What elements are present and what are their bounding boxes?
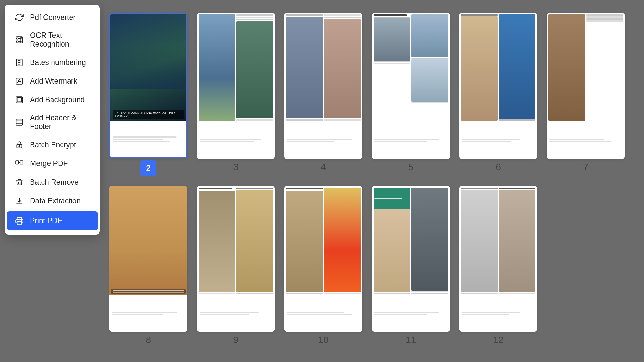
grid-cell-page-4[interactable]: 4 <box>284 13 362 176</box>
menu-item-ocr[interactable]: OCR Text Recognition <box>7 27 98 53</box>
page-num-9: 9 <box>233 332 239 349</box>
menu-label-background: Add Background <box>30 96 85 104</box>
grid-cell-page-8[interactable]: 8 <box>109 186 187 349</box>
menu-label-bates: Bates numbering <box>30 58 86 67</box>
svg-rect-9 <box>16 161 19 164</box>
page-badge-2: 2 <box>140 160 156 176</box>
refresh-icon <box>14 13 24 22</box>
pdf-card-4[interactable] <box>284 13 362 159</box>
grid-cell-page-10[interactable]: 10 <box>284 186 362 349</box>
menu-label-header-footer: Add Header & Footer <box>30 114 90 131</box>
menu-item-batch-remove[interactable]: Batch Remove <box>7 173 98 191</box>
pdf-card-11[interactable] <box>372 186 450 332</box>
pdf-card-2[interactable]: TYPE OF MOUNTAINS AND HOW ARE THEY FORME… <box>109 13 187 158</box>
svg-rect-1 <box>18 39 21 42</box>
menu-item-pdf-converter[interactable]: Pdf Converter <box>7 8 98 27</box>
page-num-12: 12 <box>493 332 504 349</box>
grid-cell-page-9[interactable]: 9 <box>197 186 275 349</box>
menu-label-data-extraction: Data Extraction <box>30 197 80 205</box>
page-num-8: 8 <box>146 332 151 349</box>
grid-cell-page-7[interactable]: 7 <box>547 13 625 176</box>
grid-cell-page-5[interactable]: 5 <box>372 13 450 176</box>
trash-icon <box>14 177 24 187</box>
dropdown-menu: Pdf Converter OCR Text Recognition Bates… <box>5 5 100 235</box>
menu-item-background[interactable]: Add Background <box>7 90 98 109</box>
menu-item-print-pdf[interactable]: Print PDF <box>7 211 98 230</box>
menu-label-pdf-converter: Pdf Converter <box>30 13 76 22</box>
menu-item-bates[interactable]: Bates numbering <box>7 53 98 72</box>
svg-point-8 <box>19 146 20 147</box>
menu-item-batch-encrypt[interactable]: Batch Encrypt <box>7 135 98 154</box>
page-num-7: 7 <box>583 159 589 176</box>
header-icon <box>14 117 24 127</box>
grid-cell-page-3[interactable]: 3 <box>197 13 275 176</box>
page-num-4: 4 <box>321 159 326 176</box>
menu-label-ocr: OCR Text Recognition <box>30 31 90 49</box>
pdf-card-10[interactable] <box>284 186 362 332</box>
pdf-card-9[interactable] <box>197 186 275 332</box>
pdf-card-6[interactable] <box>459 13 537 159</box>
file-hash-icon <box>14 58 24 67</box>
page-num-10: 10 <box>318 332 328 349</box>
svg-rect-10 <box>20 161 23 164</box>
pdf-card-7[interactable] <box>547 13 625 159</box>
bg-icon <box>14 95 24 105</box>
menu-label-print-pdf: Print PDF <box>30 217 62 225</box>
svg-rect-11 <box>17 221 22 224</box>
print-icon <box>14 216 24 226</box>
grid-cell-page-6[interactable]: 6 <box>459 13 537 176</box>
page-num-6: 6 <box>496 159 501 176</box>
pdf-card-8[interactable] <box>109 186 187 332</box>
page-num-5: 5 <box>408 159 413 176</box>
page-num-11: 11 <box>405 332 416 349</box>
menu-label-batch-remove: Batch Remove <box>30 178 79 187</box>
menu-item-merge-pdf[interactable]: Merge PDF <box>7 154 98 173</box>
menu-item-watermark[interactable]: Add Wtermark <box>7 72 98 90</box>
menu-item-data-extraction[interactable]: Data Extraction <box>7 191 98 210</box>
svg-rect-6 <box>16 119 23 125</box>
menu-label-watermark: Add Wtermark <box>30 77 77 86</box>
page-num-3: 3 <box>233 159 239 176</box>
menu-item-header-footer[interactable]: Add Header & Footer <box>7 109 98 135</box>
menu-label-merge-pdf: Merge PDF <box>30 159 68 168</box>
pdf-card-12[interactable] <box>459 186 537 332</box>
grid-cell-page-11[interactable]: 11 <box>372 186 450 349</box>
lock-icon <box>14 140 24 150</box>
extract-icon <box>14 196 24 206</box>
pdf-card-5[interactable] <box>372 13 450 159</box>
scan-icon <box>14 35 24 45</box>
watermark-icon <box>14 76 24 86</box>
svg-rect-5 <box>17 98 22 102</box>
pdf-card-3[interactable] <box>197 13 275 159</box>
merge-icon <box>14 159 24 168</box>
grid-cell-page-12[interactable]: 12 <box>459 186 537 349</box>
svg-point-12 <box>21 220 22 221</box>
grid-cell-page-2[interactable]: TYPE OF MOUNTAINS AND HOW ARE THEY FORME… <box>109 13 187 176</box>
menu-label-batch-encrypt: Batch Encrypt <box>30 141 76 149</box>
